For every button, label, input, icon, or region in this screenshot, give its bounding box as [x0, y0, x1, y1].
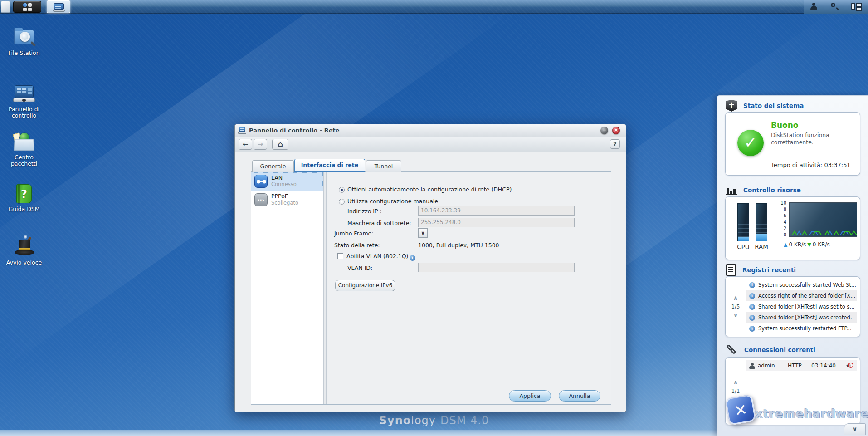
home-button[interactable]: ⌂ [272, 139, 288, 150]
vlan-id-label: VLAN ID: [347, 265, 372, 271]
interface-status: Connesso [271, 181, 297, 187]
main-menu-button[interactable] [13, 1, 41, 13]
log-entry[interactable]: iShared folder [XHTest] was created. [746, 312, 857, 323]
desktop-icon-label: File Station [5, 50, 44, 56]
pager-down-icon[interactable]: ∨ [733, 397, 738, 402]
network-status-label: Stato della rete: [334, 242, 380, 249]
taskbar-item-control-panel[interactable] [47, 0, 70, 13]
radio-dhcp[interactable] [339, 187, 345, 193]
control-panel-network-window: Pannello di controllo - Rete − × ← → ⌂ ?… [234, 124, 626, 412]
dsm-help-icon: ? [13, 183, 35, 204]
desktop-icon-dsm-help[interactable]: ? Guida DSM [5, 183, 44, 212]
cancel-button[interactable]: Annulla [559, 390, 600, 402]
log-entry[interactable]: iSystem successfully restarted FTP... [746, 323, 857, 334]
jumbo-frame-label: Jumbo Frame: [334, 230, 374, 237]
system-status-card: ✓ Buono DiskStation funziona correttamen… [725, 112, 860, 176]
taskbar-tray [804, 0, 868, 14]
interface-name: LAN [271, 174, 283, 181]
interface-item-lan[interactable]: LAN Connesso [251, 172, 323, 191]
desktop-icon-control-panel[interactable]: Pannello di controllo [5, 83, 44, 119]
desktop-icon-package-center[interactable]: Centro pacchetti [5, 132, 44, 167]
axis-tick: 6 [777, 213, 786, 218]
ipv6-config-button[interactable]: Configurazione IPv6 [335, 280, 395, 291]
window-icon [239, 127, 246, 134]
current-connections-header: Connessioni correnti [726, 344, 815, 355]
network-transfer-row: ▲ 0 KB/s ▼ 0 KB/s [784, 241, 830, 248]
chevron-down-icon: ∨ [421, 230, 425, 236]
axis-tick: 10 [777, 201, 786, 206]
taskbar [0, 0, 868, 14]
log-document-icon [726, 264, 736, 276]
window-title: Pannello di controllo - Rete [249, 127, 340, 134]
file-station-icon [13, 27, 35, 48]
desktop-icon-label: Centro pacchetti [5, 154, 44, 167]
status-level: Buono [771, 121, 799, 130]
desktop-icon-quick-start[interactable]: Avvio veloce [5, 237, 44, 266]
log-entry[interactable]: iShared folder [XHTest] was set to s... [746, 301, 857, 312]
network-status-value: 1000, Full duplex, MTU 1500 [418, 242, 499, 249]
pilot-view-button[interactable] [848, 2, 862, 12]
help-button[interactable]: ? [610, 139, 620, 149]
pager-up-icon[interactable]: ∧ [733, 380, 738, 385]
desktop-icon-label: Pannello di controllo [5, 106, 44, 119]
info-icon: i [749, 293, 755, 299]
tab-generale[interactable]: Generale [252, 160, 294, 172]
user-menu-button[interactable] [807, 2, 820, 12]
pppoe-icon: ··› [254, 193, 268, 206]
resource-monitor-card: CPU RAM 10 8 6 4 2 0 ▲ 0 KB/s ▼ 0 KB/s [725, 196, 860, 260]
close-button[interactable]: × [612, 127, 620, 134]
interface-item-pppoe[interactable]: ··› PPPoE Scollegato [251, 191, 323, 209]
dsm-desktop: SynologyDSM 4.0 File Station Pa [0, 0, 868, 436]
forward-button[interactable]: → [254, 139, 267, 150]
widget-title: Registri recenti [742, 266, 796, 274]
tab-tunnel[interactable]: Tunnel [366, 160, 401, 172]
radio-manual[interactable] [339, 199, 345, 205]
user-icon [749, 363, 755, 369]
desktop-icon-file-station[interactable]: File Station [5, 27, 44, 56]
radio-dhcp-label: Ottieni automaticamente la configurazion… [347, 186, 512, 193]
panel-splitter[interactable] [324, 172, 327, 404]
widget-title: Connessioni correnti [744, 346, 815, 353]
connection-protocol: HTTP [788, 363, 811, 369]
status-description: DiskStation funziona correttamente. [771, 132, 853, 146]
pager-down-icon[interactable]: ∨ [733, 313, 738, 318]
search-button[interactable] [828, 2, 841, 12]
window-toolbar: ← → ⌂ ? [235, 137, 626, 152]
shield-icon [726, 100, 737, 112]
sidebar-collapse-button[interactable]: ∨ [844, 423, 866, 435]
log-entry[interactable]: iSystem successfully started Web St... [746, 279, 857, 290]
tab-interfaccia-di-rete[interactable]: Interfaccia di rete [294, 159, 365, 172]
vlan-checkbox[interactable] [337, 253, 343, 259]
back-button[interactable]: ← [239, 139, 252, 150]
ram-gauge [756, 203, 767, 241]
window-content: Generale Interfaccia di rete Tunnel LAN … [235, 152, 626, 412]
window-titlebar[interactable]: Pannello di controllo - Rete − × [235, 124, 626, 137]
info-icon[interactable]: i [410, 255, 415, 261]
disconnect-icon[interactable] [846, 363, 853, 369]
subnet-mask-field[interactable]: 255.255.248.0 [418, 218, 575, 227]
interface-list: LAN Connesso ··› PPPoE Scollegato [251, 172, 324, 404]
jumbo-frame-dropdown[interactable]: ∨ [418, 228, 428, 238]
ip-address-field[interactable]: 10.164.233.39 [418, 206, 575, 216]
pager-up-icon[interactable]: ∧ [733, 295, 738, 301]
status-ok-icon: ✓ [737, 130, 764, 156]
minimize-button[interactable]: − [600, 127, 608, 134]
show-desktop-button[interactable] [1, 1, 10, 13]
widget-title: Stato del sistema [743, 102, 804, 109]
pilot-view-icon [851, 3, 855, 10]
info-icon: i [749, 315, 755, 321]
lan-icon [254, 175, 268, 188]
subnet-mask-label: Maschera di sottorete: [347, 220, 411, 226]
control-panel-icon [54, 3, 64, 10]
search-icon [831, 3, 835, 7]
log-entry[interactable]: iAccess right of the shared folder [X... [746, 290, 857, 301]
connection-row[interactable]: admin HTTP 03:14:40 [746, 360, 857, 371]
network-activity-chart [789, 202, 857, 237]
axis-tick: 0 [777, 232, 786, 237]
control-panel-desktop-icon [13, 83, 35, 104]
apply-button[interactable]: Applica [509, 390, 551, 402]
vlan-id-field[interactable] [418, 263, 575, 272]
upload-arrow-icon: ▲ [784, 242, 787, 248]
bar-chart-icon [726, 185, 737, 195]
connection-user: admin [758, 363, 788, 369]
